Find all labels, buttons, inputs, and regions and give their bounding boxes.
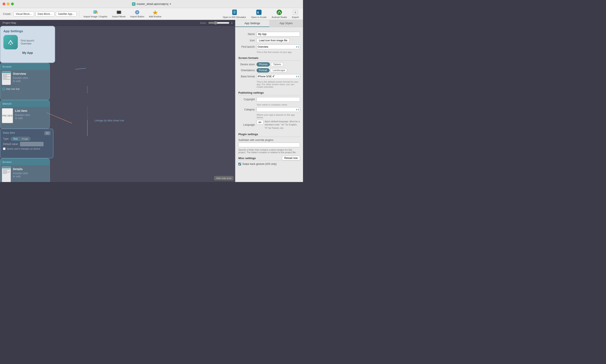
stencil-label: Stencil <box>2 102 12 105</box>
copyright-input[interactable] <box>256 97 300 102</box>
base-format-hint: This is the default screen format for yo… <box>256 80 300 88</box>
canvas[interactable]: Project Map Zoom: ● <box>0 20 235 182</box>
screen-line-1 <box>3 74 10 75</box>
toolbar: Create: Visual Block... Data Block... Sa… <box>0 8 303 20</box>
android-studio-button[interactable]: Android Studio <box>270 9 288 19</box>
open-xcode-label: Open in Xcode <box>251 16 267 18</box>
export-label: Export <box>292 16 299 18</box>
first-launch-info: First launch: Overview <box>21 39 35 45</box>
close-button[interactable] <box>2 2 5 5</box>
tab-app-styles[interactable]: App Styles <box>269 20 303 27</box>
type-image-btn[interactable]: Image <box>20 137 30 141</box>
overview-edit-hint2: to edit <box>13 79 28 83</box>
screen-overview-node[interactable]: Screen <box>0 63 50 100</box>
screen-details-header: Screen <box>0 158 50 165</box>
swipe-back-checkbox[interactable] <box>238 163 241 166</box>
create-label: Create: <box>3 13 11 15</box>
screen-details-preview <box>2 167 11 182</box>
open-xcode-button[interactable]: X Open in Xcode <box>250 9 268 19</box>
svg-line-27 <box>47 113 72 123</box>
load-icon-button[interactable]: Load icon from image file <box>256 38 290 43</box>
add-keyline-button[interactable]: Add Keyline <box>147 10 163 18</box>
type-text-btn[interactable]: Text <box>11 137 19 141</box>
linkage-label: Linkage by data sheet row <box>94 119 124 122</box>
details-line-3 <box>3 172 10 172</box>
screen-mini-lines <box>2 73 11 80</box>
screen-details-node[interactable]: Screen <box>0 158 50 182</box>
portrait-chip[interactable]: Portrait <box>256 68 269 72</box>
plugin-title: Plugin settings <box>238 133 300 137</box>
details-title: Details <box>13 167 28 171</box>
tab-app-settings[interactable]: App Settings <box>235 20 269 27</box>
data-slot-node[interactable]: Data Slot ID Type: Text Image Default va… <box>0 129 54 158</box>
base-format-label: Base format: <box>238 75 255 78</box>
svg-line-24 <box>75 68 86 69</box>
default-value-input[interactable] <box>20 142 43 146</box>
import-button-label: Import Button <box>130 15 144 18</box>
svg-text:X: X <box>257 11 259 14</box>
visual-block-button[interactable]: Visual Block... <box>13 12 34 16</box>
landscape-chip[interactable]: Landscape <box>270 68 287 72</box>
tablets-chip[interactable]: Tablets <box>271 62 283 66</box>
import-image-button[interactable]: Import Image / Graphic <box>82 10 109 18</box>
details-edit-hint2: to edit <box>13 175 28 178</box>
panel-content: Name: Icon: Load icon from image file Fi… <box>235 27 303 182</box>
copyright-hint: Your name or company name. <box>256 104 300 106</box>
language-input-row: App's default language. Must be a standa… <box>256 120 300 130</box>
data-slot-title: Data Slot <box>3 131 15 135</box>
orientation-chips: Portrait Landscape <box>256 68 287 72</box>
svg-point-21 <box>278 13 279 13</box>
app-settings-node[interactable]: App Settings First launch: Overview <box>0 26 55 63</box>
language-label: Language: <box>238 123 255 126</box>
has-nav-bar-label: Has nav bar <box>6 88 20 91</box>
import-button-button[interactable]: Import Button <box>129 10 146 18</box>
plugin-folder-input[interactable] <box>238 143 300 147</box>
language-input[interactable] <box>256 120 263 125</box>
zoom-label: Zoom: <box>200 22 206 24</box>
screen-formats-title: Screen formats <box>238 56 300 61</box>
stencil-node[interactable]: Stencil PRE VIEW List item Double-click … <box>0 100 50 129</box>
device-sizes-row: Device sizes: Phones Tablets <box>238 62 300 66</box>
plugin-subfolder-label: Subfolder with override plugins: <box>238 139 300 142</box>
language-hint: App's default language. Must be a standa… <box>265 120 300 130</box>
screen-line-2 <box>3 75 7 76</box>
type-toggle[interactable]: Text Image <box>11 137 30 141</box>
app-settings-launch-info: First launch: Overview <box>21 39 35 45</box>
category-hint: Where your app is placed on the app stor… <box>256 114 300 119</box>
name-row: Name: <box>238 32 300 37</box>
satellite-app-button[interactable]: Satellite App... <box>56 12 77 16</box>
import-movie-button[interactable]: Import Movie <box>110 10 127 18</box>
saves-changes-checkbox[interactable] <box>3 147 5 150</box>
icon-row: Icon: Load icon from image file <box>238 38 300 43</box>
project-map-label: Project Map <box>2 21 16 24</box>
reload-button[interactable]: Reload now <box>282 156 300 160</box>
category-select[interactable] <box>256 107 300 112</box>
zoom-slider[interactable] <box>208 21 229 25</box>
device-sizes-chips: Phones Tablets <box>256 62 283 66</box>
category-select-wrapper: ⬆⬇ <box>256 107 300 112</box>
export-button[interactable]: Export <box>291 9 300 19</box>
screen-mini-preview <box>2 71 11 85</box>
device-sizes-label: Device sizes: <box>238 63 255 66</box>
fullscreen-button[interactable] <box>11 2 14 5</box>
copyright-row: Copyright: <box>238 97 300 102</box>
phones-chip[interactable]: Phones <box>256 62 270 66</box>
open-ios-simulator-button[interactable]: Open in iOS Simulator <box>222 9 247 19</box>
title-dropdown-arrow[interactable]: ▾ <box>170 2 171 5</box>
orientations-label: Orientations: <box>238 69 255 72</box>
first-launch-select[interactable]: Overview Details <box>256 44 300 49</box>
first-launch-row: First launch: Overview Details ⬆⬇ <box>238 44 300 49</box>
canvas-content[interactable]: App Settings First launch: Overview <box>0 26 235 182</box>
name-input[interactable] <box>256 32 300 37</box>
screen-line-4 <box>3 78 7 78</box>
screen-details-screen-label: Screen <box>2 160 12 164</box>
import-image-label: Import Image / Graphic <box>83 15 108 18</box>
base-format-select[interactable]: iPhone 5/SE 4" iPhone 6/7/8 iPhone X <box>256 74 300 79</box>
data-block-button[interactable]: Data Block... <box>35 12 54 16</box>
swipe-back-row: Swipe back gesture (iOS only) <box>238 163 300 166</box>
minimize-button[interactable] <box>7 2 10 5</box>
overview-title: Overview <box>13 72 28 76</box>
screen-line-3 <box>3 76 10 77</box>
category-row: Category: ⬆⬇ <box>238 107 300 112</box>
has-nav-bar-checkbox[interactable] <box>2 88 5 90</box>
